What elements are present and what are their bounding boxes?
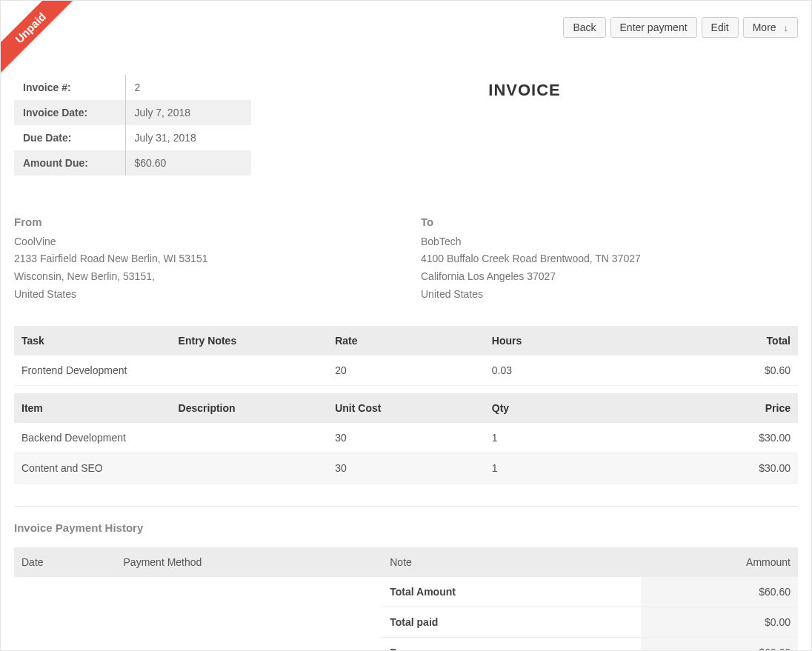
total-paid-value: $0.00 <box>641 607 798 637</box>
from-heading: From <box>14 213 391 232</box>
total-amount-label: Total Amount <box>382 577 641 607</box>
cell-desc <box>171 453 328 483</box>
th-date: Date <box>14 547 116 577</box>
cell-price: $30.00 <box>641 423 798 453</box>
from-line2: Wisconsin, New Berlin, 53151, <box>14 268 391 286</box>
more-button-label: More <box>753 21 776 33</box>
more-button[interactable]: More ↓ <box>743 17 798 38</box>
th-notes: Entry Notes <box>171 326 328 355</box>
from-name: CoolVine <box>14 233 391 251</box>
th-note: Note <box>382 547 641 577</box>
th-total: Total <box>641 326 798 355</box>
th-item: Item <box>14 393 171 423</box>
due-value: $60.60 <box>641 637 798 651</box>
cell-item: Backend Development <box>14 423 171 453</box>
cell-unitcost: 30 <box>327 423 485 453</box>
from-country: United States <box>14 286 391 304</box>
cell-task: Frontend Development <box>14 355 171 386</box>
total-amount-value: $60.60 <box>641 577 798 607</box>
meta-label-due: Due Date: <box>14 125 125 150</box>
totals-row-total-paid: Total paid $0.00 <box>14 607 798 637</box>
cell-qty: 1 <box>485 453 642 483</box>
th-rate: Rate <box>327 326 485 355</box>
from-block: From CoolVine 2133 Fairfield Road New Be… <box>14 213 391 304</box>
total-paid-label: Total paid <box>382 607 641 637</box>
back-button[interactable]: Back <box>563 17 605 38</box>
from-line1: 2133 Fairfield Road New Berlin, WI 53151 <box>14 250 391 268</box>
th-desc: Description <box>171 393 328 423</box>
meta-value-number: 2 <box>125 75 251 100</box>
th-task: Task <box>14 326 171 355</box>
invoice-content: Invoice #: 2 Invoice Date: July 7, 2018 … <box>1 1 811 651</box>
th-unitcost: Unit Cost <box>327 393 485 423</box>
table-row: Backend Development 30 1 $30.00 <box>14 423 798 453</box>
payment-history-table: Date Payment Method Note Ammount Total A… <box>14 547 798 651</box>
totals-row-due: Due $60.60 <box>14 637 798 651</box>
cell-desc <box>171 423 328 453</box>
chevron-down-icon: ↓ <box>784 22 789 33</box>
cell-price: $30.00 <box>641 453 798 483</box>
invoice-page: Unpaid Back Enter payment Edit More ↓ In… <box>0 0 812 651</box>
to-heading: To <box>421 213 798 232</box>
due-label: Due <box>382 637 641 651</box>
to-line2: California Los Angeles 37027 <box>421 268 798 286</box>
to-country: United States <box>421 286 798 304</box>
meta-label-date: Invoice Date: <box>14 100 125 125</box>
cell-item: Content and SEO <box>14 453 171 483</box>
to-block: To BobTech 4100 Buffalo Creek Road Brent… <box>421 213 798 304</box>
table-row: Frontend Development 20 0.03 $0.60 <box>14 355 798 386</box>
meta-label-number: Invoice #: <box>14 75 125 100</box>
table-row: Content and SEO 30 1 $30.00 <box>14 453 798 483</box>
th-hours: Hours <box>485 326 642 355</box>
meta-label-amount-due: Amount Due: <box>14 150 125 176</box>
cell-rate: 20 <box>327 355 485 386</box>
cell-unitcost: 30 <box>327 453 485 483</box>
payment-history-heading: Invoice Payment History <box>14 521 798 534</box>
to-line1: 4100 Buffalo Creek Road Brentwood, TN 37… <box>421 250 798 268</box>
tasks-table: Task Entry Notes Rate Hours Total Fronte… <box>14 326 798 386</box>
divider <box>14 506 798 507</box>
th-price: Price <box>641 393 798 423</box>
to-name: BobTech <box>421 233 798 251</box>
meta-value-amount-due: $60.60 <box>125 150 251 176</box>
meta-value-due: July 31, 2018 <box>125 125 251 150</box>
edit-button[interactable]: Edit <box>702 17 739 38</box>
totals-row-total-amount: Total Amount $60.60 <box>14 577 798 607</box>
th-amount: Ammount <box>641 547 798 577</box>
th-qty: Qty <box>485 393 642 423</box>
cell-qty: 1 <box>485 423 642 453</box>
items-table: Item Description Unit Cost Qty Price Bac… <box>14 393 798 484</box>
cell-total: $0.60 <box>641 355 798 386</box>
invoice-meta-table: Invoice #: 2 Invoice Date: July 7, 2018 … <box>14 75 251 176</box>
enter-payment-button[interactable]: Enter payment <box>610 17 697 38</box>
cell-hours: 0.03 <box>485 355 642 386</box>
th-method: Payment Method <box>116 547 383 577</box>
cell-notes <box>171 355 328 386</box>
action-toolbar: Back Enter payment Edit More ↓ <box>563 17 798 38</box>
meta-value-date: July 7, 2018 <box>125 100 251 125</box>
page-title: INVOICE <box>251 75 798 100</box>
